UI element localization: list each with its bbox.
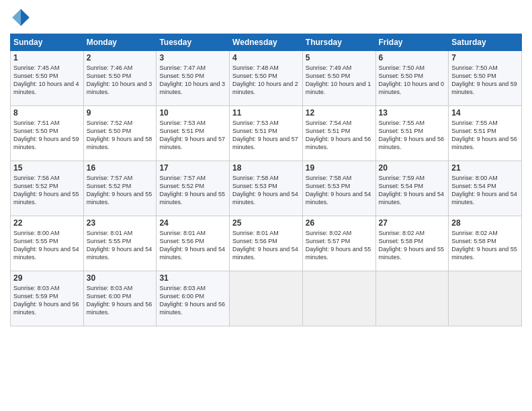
calendar-cell: 23 Sunrise: 8:01 AM Sunset: 5:55 PM Dayl… <box>83 216 157 271</box>
calendar-week-3: 15 Sunrise: 7:56 AM Sunset: 5:52 PM Dayl… <box>11 161 522 216</box>
day-info: Sunrise: 7:56 AM Sunset: 5:52 PM Dayligh… <box>13 174 81 207</box>
day-info: Sunrise: 7:53 AM Sunset: 5:51 PM Dayligh… <box>159 119 226 152</box>
day-number: 2 <box>87 53 154 62</box>
day-number: 22 <box>13 218 81 228</box>
day-number: 29 <box>13 273 81 283</box>
day-number: 18 <box>232 163 300 173</box>
day-info: Sunrise: 7:50 AM Sunset: 5:50 PM Dayligh… <box>451 64 519 97</box>
day-number: 1 <box>13 53 81 62</box>
day-number: 16 <box>87 163 154 173</box>
day-number: 5 <box>306 53 373 62</box>
day-info: Sunrise: 8:03 AM Sunset: 5:59 PM Dayligh… <box>13 284 81 317</box>
day-number: 27 <box>379 218 446 228</box>
day-info: Sunrise: 8:02 AM Sunset: 5:58 PM Dayligh… <box>379 229 446 262</box>
day-number: 14 <box>451 108 519 118</box>
calendar-cell: 24 Sunrise: 8:01 AM Sunset: 5:56 PM Dayl… <box>157 216 230 271</box>
day-number: 3 <box>159 53 226 62</box>
day-number: 26 <box>306 218 373 228</box>
calendar-cell <box>230 271 303 326</box>
calendar-week-1: 1 Sunrise: 7:45 AM Sunset: 5:50 PM Dayli… <box>11 51 522 106</box>
header-cell-sunday: Sunday <box>11 34 84 51</box>
day-number: 13 <box>379 108 446 118</box>
day-info: Sunrise: 7:47 AM Sunset: 5:50 PM Dayligh… <box>159 64 226 97</box>
calendar-cell: 4 Sunrise: 7:48 AM Sunset: 5:50 PM Dayli… <box>230 51 303 106</box>
day-number: 24 <box>159 218 226 228</box>
calendar-cell: 8 Sunrise: 7:51 AM Sunset: 5:50 PM Dayli… <box>11 106 84 161</box>
svg-marker-1 <box>12 9 21 26</box>
calendar-cell: 6 Sunrise: 7:50 AM Sunset: 5:50 PM Dayli… <box>375 51 449 106</box>
day-info: Sunrise: 7:53 AM Sunset: 5:51 PM Dayligh… <box>232 119 300 152</box>
day-number: 19 <box>306 163 373 173</box>
day-info: Sunrise: 7:54 AM Sunset: 5:51 PM Dayligh… <box>306 119 373 152</box>
day-info: Sunrise: 8:02 AM Sunset: 5:57 PM Dayligh… <box>306 229 373 262</box>
day-number: 12 <box>306 108 373 118</box>
calendar-container: SundayMondayTuesdayWednesdayThursdayFrid… <box>0 0 532 411</box>
logo <box>10 7 34 28</box>
day-info: Sunrise: 8:01 AM Sunset: 5:56 PM Dayligh… <box>232 229 300 262</box>
calendar-header: SundayMondayTuesdayWednesdayThursdayFrid… <box>11 34 522 51</box>
day-number: 8 <box>13 108 81 118</box>
header-cell-wednesday: Wednesday <box>230 34 303 51</box>
day-info: Sunrise: 7:46 AM Sunset: 5:50 PM Dayligh… <box>87 64 154 97</box>
calendar-cell: 18 Sunrise: 7:58 AM Sunset: 5:53 PM Dayl… <box>230 161 303 216</box>
day-info: Sunrise: 7:57 AM Sunset: 5:52 PM Dayligh… <box>159 174 226 207</box>
calendar-cell: 3 Sunrise: 7:47 AM Sunset: 5:50 PM Dayli… <box>157 51 230 106</box>
calendar-cell: 14 Sunrise: 7:55 AM Sunset: 5:51 PM Dayl… <box>449 106 522 161</box>
calendar-cell: 9 Sunrise: 7:52 AM Sunset: 5:50 PM Dayli… <box>83 106 157 161</box>
header-cell-tuesday: Tuesday <box>157 34 230 51</box>
day-number: 31 <box>159 273 226 283</box>
calendar-cell: 1 Sunrise: 7:45 AM Sunset: 5:50 PM Dayli… <box>11 51 84 106</box>
day-info: Sunrise: 8:02 AM Sunset: 5:58 PM Dayligh… <box>451 229 519 262</box>
day-number: 7 <box>451 53 519 62</box>
header-cell-thursday: Thursday <box>302 34 375 51</box>
header-row: SundayMondayTuesdayWednesdayThursdayFrid… <box>11 34 522 51</box>
day-info: Sunrise: 7:58 AM Sunset: 5:53 PM Dayligh… <box>306 174 373 207</box>
day-info: Sunrise: 7:49 AM Sunset: 5:50 PM Dayligh… <box>306 64 373 97</box>
day-number: 9 <box>87 108 154 118</box>
day-info: Sunrise: 7:55 AM Sunset: 5:51 PM Dayligh… <box>379 119 446 152</box>
day-info: Sunrise: 7:50 AM Sunset: 5:50 PM Dayligh… <box>379 64 446 97</box>
calendar-body: 1 Sunrise: 7:45 AM Sunset: 5:50 PM Dayli… <box>11 51 522 326</box>
calendar-cell <box>302 271 375 326</box>
day-number: 6 <box>379 53 446 62</box>
calendar-cell: 16 Sunrise: 7:57 AM Sunset: 5:52 PM Dayl… <box>83 161 157 216</box>
day-info: Sunrise: 8:03 AM Sunset: 6:00 PM Dayligh… <box>87 284 154 317</box>
calendar-cell: 13 Sunrise: 7:55 AM Sunset: 5:51 PM Dayl… <box>375 106 449 161</box>
day-info: Sunrise: 7:59 AM Sunset: 5:54 PM Dayligh… <box>379 174 446 207</box>
day-info: Sunrise: 7:48 AM Sunset: 5:50 PM Dayligh… <box>232 64 300 97</box>
day-number: 21 <box>451 163 519 173</box>
svg-marker-0 <box>21 9 30 26</box>
calendar-cell: 7 Sunrise: 7:50 AM Sunset: 5:50 PM Dayli… <box>449 51 522 106</box>
calendar-cell: 11 Sunrise: 7:53 AM Sunset: 5:51 PM Dayl… <box>230 106 303 161</box>
calendar-cell: 2 Sunrise: 7:46 AM Sunset: 5:50 PM Dayli… <box>83 51 157 106</box>
calendar-week-5: 29 Sunrise: 8:03 AM Sunset: 5:59 PM Dayl… <box>11 271 522 326</box>
day-info: Sunrise: 7:55 AM Sunset: 5:51 PM Dayligh… <box>451 119 519 152</box>
header-cell-monday: Monday <box>83 34 157 51</box>
calendar-cell: 22 Sunrise: 8:00 AM Sunset: 5:55 PM Dayl… <box>11 216 84 271</box>
header <box>10 7 522 28</box>
calendar-cell: 30 Sunrise: 8:03 AM Sunset: 6:00 PM Dayl… <box>83 271 157 326</box>
day-number: 30 <box>87 273 154 283</box>
day-info: Sunrise: 8:01 AM Sunset: 5:55 PM Dayligh… <box>87 229 154 262</box>
header-cell-friday: Friday <box>375 34 449 51</box>
day-number: 23 <box>87 218 154 228</box>
day-number: 4 <box>232 53 300 62</box>
logo-icon <box>10 7 32 28</box>
calendar-week-2: 8 Sunrise: 7:51 AM Sunset: 5:50 PM Dayli… <box>11 106 522 161</box>
day-number: 10 <box>159 108 226 118</box>
day-number: 25 <box>232 218 300 228</box>
calendar-cell: 10 Sunrise: 7:53 AM Sunset: 5:51 PM Dayl… <box>157 106 230 161</box>
day-info: Sunrise: 7:52 AM Sunset: 5:50 PM Dayligh… <box>87 119 154 152</box>
calendar-cell: 25 Sunrise: 8:01 AM Sunset: 5:56 PM Dayl… <box>230 216 303 271</box>
day-number: 28 <box>451 218 519 228</box>
day-info: Sunrise: 8:01 AM Sunset: 5:56 PM Dayligh… <box>159 229 226 262</box>
calendar-cell: 28 Sunrise: 8:02 AM Sunset: 5:58 PM Dayl… <box>449 216 522 271</box>
calendar-week-4: 22 Sunrise: 8:00 AM Sunset: 5:55 PM Dayl… <box>11 216 522 271</box>
calendar-cell: 19 Sunrise: 7:58 AM Sunset: 5:53 PM Dayl… <box>302 161 375 216</box>
day-info: Sunrise: 8:00 AM Sunset: 5:55 PM Dayligh… <box>13 229 81 262</box>
calendar-cell: 29 Sunrise: 8:03 AM Sunset: 5:59 PM Dayl… <box>11 271 84 326</box>
header-cell-saturday: Saturday <box>449 34 522 51</box>
calendar-cell: 21 Sunrise: 8:00 AM Sunset: 5:54 PM Dayl… <box>449 161 522 216</box>
day-number: 15 <box>13 163 81 173</box>
calendar-cell: 12 Sunrise: 7:54 AM Sunset: 5:51 PM Dayl… <box>302 106 375 161</box>
